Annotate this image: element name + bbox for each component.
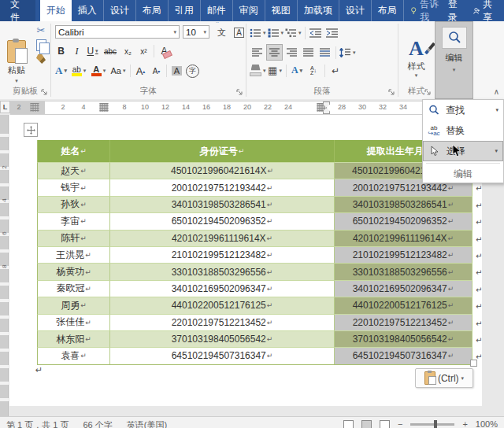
font-dialog-launcher[interactable] bbox=[236, 89, 243, 96]
underline-button[interactable]: U bbox=[85, 44, 100, 59]
zoom-slider-handle[interactable] bbox=[434, 420, 437, 428]
table-cell[interactable]: 330103188503296556↵ bbox=[110, 263, 335, 279]
align-left-button[interactable] bbox=[250, 45, 265, 60]
clear-formatting-button[interactable]: A bbox=[157, 44, 172, 59]
increase-indent-button[interactable] bbox=[325, 25, 340, 40]
table-header-cell[interactable]: 身份证号↵ bbox=[110, 140, 335, 162]
text-effects-button[interactable]: A bbox=[54, 64, 69, 79]
table-cell[interactable]: 340102169502096347↵ bbox=[335, 280, 472, 297]
table-cell[interactable]: 340103198503286541↵ bbox=[110, 196, 335, 212]
styles-button[interactable]: A 样式 ▾ bbox=[402, 24, 431, 89]
table-cell[interactable]: 45010219960421614X↵ bbox=[110, 162, 335, 179]
menu-item-replace[interactable]: ab↪ac 替换 bbox=[423, 120, 503, 141]
numbering-button[interactable] bbox=[268, 25, 284, 40]
phonetic-guide-button[interactable]: 文 bbox=[213, 24, 230, 41]
font-name-combo[interactable]: Calibri ▾ bbox=[55, 25, 180, 39]
sort-button[interactable]: AZ↓ bbox=[306, 63, 321, 78]
table-cell[interactable]: 370103198405056542↵ bbox=[110, 330, 335, 347]
table-cell[interactable]: 秦欧冠↵ bbox=[37, 280, 110, 297]
ribbon-tab-引用[interactable]: 引用 bbox=[169, 0, 201, 21]
menu-item-select[interactable]: 选择 ▾ bbox=[423, 141, 503, 161]
table-cell[interactable]: 林东阳↵ bbox=[37, 330, 110, 347]
bullets-button[interactable] bbox=[250, 25, 266, 40]
borders-button[interactable]: ▦ bbox=[268, 63, 283, 78]
zoom-slider[interactable] bbox=[410, 423, 454, 426]
format-painter-icon[interactable] bbox=[36, 54, 46, 64]
table-cell[interactable]: 210102199512123482↵ bbox=[335, 246, 472, 263]
zoom-level[interactable]: 100% bbox=[476, 419, 498, 428]
strikethrough-button[interactable]: abc bbox=[101, 44, 120, 59]
table-cell[interactable]: 李宙↵ bbox=[37, 212, 110, 229]
ribbon-tab-开始[interactable]: 开始 bbox=[40, 0, 72, 21]
ribbon-tab-布局[interactable]: 布局 bbox=[136, 0, 169, 21]
subscript-button[interactable]: x₂ bbox=[120, 44, 135, 59]
superscript-button[interactable]: x² bbox=[136, 44, 151, 59]
clipboard-dialog-launcher[interactable] bbox=[41, 89, 48, 96]
font-color-button[interactable]: A bbox=[89, 64, 108, 79]
read-mode-button[interactable] bbox=[343, 420, 354, 428]
tab-file[interactable]: 文件 bbox=[0, 0, 35, 21]
table-cell[interactable]: 王洪晃↵ bbox=[37, 246, 110, 263]
styles-dialog-launcher[interactable] bbox=[424, 89, 432, 96]
table-cell[interactable]: 645102194507316347↵ bbox=[110, 347, 335, 363]
ribbon-tab-视图[interactable]: 视图 bbox=[265, 0, 298, 21]
ribbon-tab-邮件[interactable]: 邮件 bbox=[201, 0, 233, 21]
word-count[interactable]: 66 个字 bbox=[83, 419, 112, 428]
ribbon-tab-审阅[interactable]: 审阅 bbox=[233, 0, 265, 21]
web-layout-button[interactable] bbox=[380, 420, 390, 428]
table-cell[interactable]: 孙狄↵ bbox=[37, 196, 110, 212]
menu-item-find[interactable]: 查找 ▾ bbox=[423, 100, 503, 120]
table-cell[interactable]: 200102197512193442↵ bbox=[110, 179, 335, 195]
distribute-button[interactable] bbox=[317, 45, 332, 60]
show-marks-button[interactable]: ↵ bbox=[328, 63, 343, 78]
table-cell[interactable]: 周勇↵ bbox=[37, 297, 110, 313]
collapse-ribbon-button[interactable]: ∧ bbox=[494, 87, 499, 96]
table-cell[interactable]: 42010219961119614X↵ bbox=[335, 230, 472, 246]
table-cell[interactable]: 钱宇↵ bbox=[37, 179, 110, 195]
table-header-cell[interactable]: 姓名↵ bbox=[37, 140, 110, 162]
table-move-handle[interactable] bbox=[24, 123, 38, 137]
table-resize-handle[interactable] bbox=[470, 360, 477, 367]
align-center-button[interactable] bbox=[266, 44, 283, 61]
ribbon-tab-布局[interactable]: 布局 bbox=[372, 0, 404, 21]
table-cell[interactable]: 440102200512176125↵ bbox=[110, 297, 335, 313]
align-right-button[interactable] bbox=[284, 45, 299, 60]
paragraph-dialog-launcher[interactable] bbox=[388, 89, 395, 96]
bold-button[interactable]: B bbox=[54, 44, 69, 59]
italic-button[interactable]: I bbox=[69, 44, 84, 59]
enclose-characters-button[interactable]: 字 bbox=[185, 64, 200, 79]
table-cell[interactable]: 440102200512176125↵ bbox=[335, 297, 472, 313]
table-cell[interactable]: 陈轩↵ bbox=[37, 230, 110, 246]
change-case-button[interactable]: Aa bbox=[109, 64, 128, 79]
table-cell[interactable]: 赵天↵ bbox=[37, 162, 110, 179]
editing-button[interactable]: 编辑 ▾ bbox=[435, 22, 472, 98]
table-column-marker[interactable] bbox=[100, 103, 109, 112]
character-shading-button[interactable]: A bbox=[169, 64, 184, 79]
table-cell[interactable]: 210102199512123482↵ bbox=[110, 246, 335, 263]
table-column-marker[interactable] bbox=[31, 103, 39, 112]
language-status[interactable]: 英语(美国) bbox=[127, 419, 167, 428]
zoom-in-button[interactable]: + bbox=[462, 419, 467, 428]
print-layout-button[interactable] bbox=[361, 420, 372, 428]
sign-in-button[interactable]: 登录 bbox=[448, 0, 462, 24]
table-cell[interactable]: 645102194507316347↵ bbox=[335, 347, 472, 363]
ribbon-tab-设计[interactable]: 设计 bbox=[339, 0, 372, 21]
table-cell[interactable]: 220102197512213452↵ bbox=[110, 314, 335, 330]
asian-layout-button[interactable]: A bbox=[290, 63, 305, 78]
table-cell[interactable]: 袁喜↵ bbox=[37, 347, 110, 363]
table-cell[interactable]: 340102169502096347↵ bbox=[110, 280, 335, 297]
tell-me[interactable]: 告诉我 bbox=[404, 0, 448, 21]
character-border-button[interactable]: A bbox=[231, 24, 247, 41]
paste-options-button[interactable]: (Ctrl) ▾ bbox=[415, 368, 473, 388]
zoom-out-button[interactable]: − bbox=[398, 419, 402, 428]
table-cell[interactable]: 张佳佳↵ bbox=[37, 314, 110, 330]
copy-icon[interactable] bbox=[36, 39, 46, 51]
multilevel-list-button[interactable] bbox=[285, 25, 302, 40]
table-cell[interactable]: 220102197512213452↵ bbox=[335, 314, 472, 330]
table-cell[interactable]: 650102194502096352↵ bbox=[110, 212, 335, 229]
table-cell[interactable]: 370103198405056542↵ bbox=[335, 330, 472, 347]
tab-selector[interactable]: L bbox=[0, 101, 10, 113]
table-cell[interactable]: 340103198503286541↵ bbox=[335, 196, 472, 212]
page[interactable]: 姓名↵身份证号↵提取出生年月日↵赵天↵45010219960421614X↵45… bbox=[9, 115, 482, 406]
shrink-font-button[interactable]: A▾ bbox=[149, 64, 164, 79]
